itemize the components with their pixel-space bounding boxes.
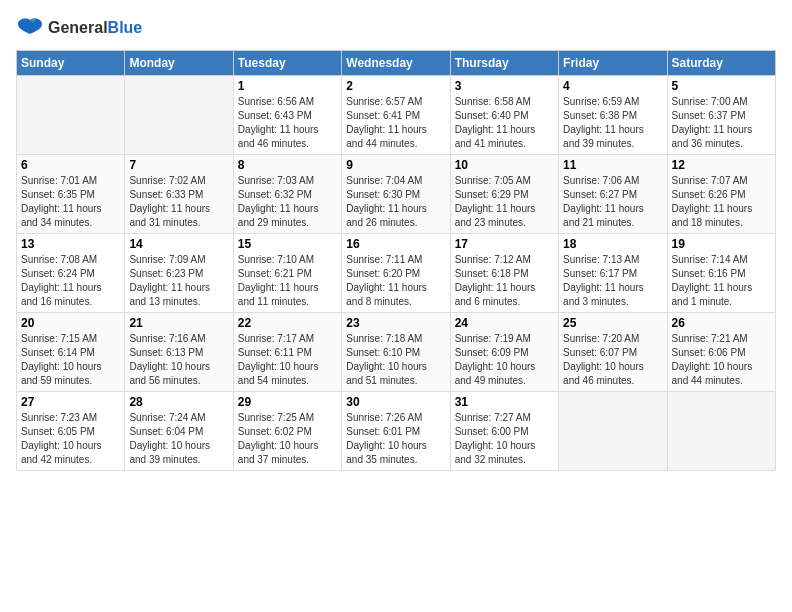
day-detail: Sunrise: 7:25 AM Sunset: 6:02 PM Dayligh… <box>238 411 337 467</box>
page-header: GeneralBlue <box>16 16 776 40</box>
day-number: 11 <box>563 158 662 172</box>
weekday-header: Monday <box>125 51 233 76</box>
calendar-cell: 25Sunrise: 7:20 AM Sunset: 6:07 PM Dayli… <box>559 313 667 392</box>
day-number: 29 <box>238 395 337 409</box>
day-number: 20 <box>21 316 120 330</box>
calendar-cell: 1Sunrise: 6:56 AM Sunset: 6:43 PM Daylig… <box>233 76 341 155</box>
calendar-cell <box>667 392 775 471</box>
calendar-cell: 20Sunrise: 7:15 AM Sunset: 6:14 PM Dayli… <box>17 313 125 392</box>
calendar-cell: 23Sunrise: 7:18 AM Sunset: 6:10 PM Dayli… <box>342 313 450 392</box>
day-detail: Sunrise: 7:07 AM Sunset: 6:26 PM Dayligh… <box>672 174 771 230</box>
calendar-cell: 5Sunrise: 7:00 AM Sunset: 6:37 PM Daylig… <box>667 76 775 155</box>
day-detail: Sunrise: 7:17 AM Sunset: 6:11 PM Dayligh… <box>238 332 337 388</box>
day-number: 18 <box>563 237 662 251</box>
calendar-week-row: 13Sunrise: 7:08 AM Sunset: 6:24 PM Dayli… <box>17 234 776 313</box>
day-detail: Sunrise: 7:11 AM Sunset: 6:20 PM Dayligh… <box>346 253 445 309</box>
day-number: 3 <box>455 79 554 93</box>
calendar-cell: 18Sunrise: 7:13 AM Sunset: 6:17 PM Dayli… <box>559 234 667 313</box>
day-number: 8 <box>238 158 337 172</box>
calendar-cell: 22Sunrise: 7:17 AM Sunset: 6:11 PM Dayli… <box>233 313 341 392</box>
day-detail: Sunrise: 7:08 AM Sunset: 6:24 PM Dayligh… <box>21 253 120 309</box>
day-detail: Sunrise: 7:09 AM Sunset: 6:23 PM Dayligh… <box>129 253 228 309</box>
calendar-week-row: 1Sunrise: 6:56 AM Sunset: 6:43 PM Daylig… <box>17 76 776 155</box>
day-number: 5 <box>672 79 771 93</box>
day-number: 25 <box>563 316 662 330</box>
logo-icon <box>16 16 44 40</box>
day-number: 21 <box>129 316 228 330</box>
day-number: 16 <box>346 237 445 251</box>
calendar-cell: 13Sunrise: 7:08 AM Sunset: 6:24 PM Dayli… <box>17 234 125 313</box>
weekday-header: Thursday <box>450 51 558 76</box>
day-detail: Sunrise: 7:27 AM Sunset: 6:00 PM Dayligh… <box>455 411 554 467</box>
day-detail: Sunrise: 7:18 AM Sunset: 6:10 PM Dayligh… <box>346 332 445 388</box>
calendar-cell: 10Sunrise: 7:05 AM Sunset: 6:29 PM Dayli… <box>450 155 558 234</box>
calendar-cell: 24Sunrise: 7:19 AM Sunset: 6:09 PM Dayli… <box>450 313 558 392</box>
day-detail: Sunrise: 7:10 AM Sunset: 6:21 PM Dayligh… <box>238 253 337 309</box>
calendar-cell: 6Sunrise: 7:01 AM Sunset: 6:35 PM Daylig… <box>17 155 125 234</box>
day-detail: Sunrise: 7:06 AM Sunset: 6:27 PM Dayligh… <box>563 174 662 230</box>
day-number: 1 <box>238 79 337 93</box>
calendar-cell: 8Sunrise: 7:03 AM Sunset: 6:32 PM Daylig… <box>233 155 341 234</box>
calendar-cell: 15Sunrise: 7:10 AM Sunset: 6:21 PM Dayli… <box>233 234 341 313</box>
day-detail: Sunrise: 7:04 AM Sunset: 6:30 PM Dayligh… <box>346 174 445 230</box>
logo: GeneralBlue <box>16 16 142 40</box>
day-number: 10 <box>455 158 554 172</box>
day-number: 13 <box>21 237 120 251</box>
day-number: 26 <box>672 316 771 330</box>
calendar-cell: 2Sunrise: 6:57 AM Sunset: 6:41 PM Daylig… <box>342 76 450 155</box>
calendar-cell: 19Sunrise: 7:14 AM Sunset: 6:16 PM Dayli… <box>667 234 775 313</box>
calendar-cell: 17Sunrise: 7:12 AM Sunset: 6:18 PM Dayli… <box>450 234 558 313</box>
calendar-cell: 31Sunrise: 7:27 AM Sunset: 6:00 PM Dayli… <box>450 392 558 471</box>
day-number: 6 <box>21 158 120 172</box>
day-number: 17 <box>455 237 554 251</box>
day-number: 12 <box>672 158 771 172</box>
day-detail: Sunrise: 7:03 AM Sunset: 6:32 PM Dayligh… <box>238 174 337 230</box>
calendar-cell: 27Sunrise: 7:23 AM Sunset: 6:05 PM Dayli… <box>17 392 125 471</box>
day-number: 15 <box>238 237 337 251</box>
day-detail: Sunrise: 7:12 AM Sunset: 6:18 PM Dayligh… <box>455 253 554 309</box>
calendar-cell: 4Sunrise: 6:59 AM Sunset: 6:38 PM Daylig… <box>559 76 667 155</box>
day-detail: Sunrise: 7:21 AM Sunset: 6:06 PM Dayligh… <box>672 332 771 388</box>
calendar-cell: 26Sunrise: 7:21 AM Sunset: 6:06 PM Dayli… <box>667 313 775 392</box>
calendar-cell: 21Sunrise: 7:16 AM Sunset: 6:13 PM Dayli… <box>125 313 233 392</box>
calendar-cell: 28Sunrise: 7:24 AM Sunset: 6:04 PM Dayli… <box>125 392 233 471</box>
day-number: 27 <box>21 395 120 409</box>
day-detail: Sunrise: 7:19 AM Sunset: 6:09 PM Dayligh… <box>455 332 554 388</box>
calendar-cell: 29Sunrise: 7:25 AM Sunset: 6:02 PM Dayli… <box>233 392 341 471</box>
day-detail: Sunrise: 7:26 AM Sunset: 6:01 PM Dayligh… <box>346 411 445 467</box>
day-number: 31 <box>455 395 554 409</box>
day-detail: Sunrise: 7:24 AM Sunset: 6:04 PM Dayligh… <box>129 411 228 467</box>
day-detail: Sunrise: 7:16 AM Sunset: 6:13 PM Dayligh… <box>129 332 228 388</box>
day-detail: Sunrise: 7:02 AM Sunset: 6:33 PM Dayligh… <box>129 174 228 230</box>
day-detail: Sunrise: 7:13 AM Sunset: 6:17 PM Dayligh… <box>563 253 662 309</box>
day-number: 23 <box>346 316 445 330</box>
weekday-header: Wednesday <box>342 51 450 76</box>
day-detail: Sunrise: 7:14 AM Sunset: 6:16 PM Dayligh… <box>672 253 771 309</box>
calendar-table: SundayMondayTuesdayWednesdayThursdayFrid… <box>16 50 776 471</box>
calendar-cell <box>17 76 125 155</box>
day-detail: Sunrise: 7:20 AM Sunset: 6:07 PM Dayligh… <box>563 332 662 388</box>
calendar-cell: 9Sunrise: 7:04 AM Sunset: 6:30 PM Daylig… <box>342 155 450 234</box>
calendar-cell: 3Sunrise: 6:58 AM Sunset: 6:40 PM Daylig… <box>450 76 558 155</box>
calendar-week-row: 27Sunrise: 7:23 AM Sunset: 6:05 PM Dayli… <box>17 392 776 471</box>
calendar-cell: 30Sunrise: 7:26 AM Sunset: 6:01 PM Dayli… <box>342 392 450 471</box>
day-number: 30 <box>346 395 445 409</box>
calendar-week-row: 20Sunrise: 7:15 AM Sunset: 6:14 PM Dayli… <box>17 313 776 392</box>
day-detail: Sunrise: 6:58 AM Sunset: 6:40 PM Dayligh… <box>455 95 554 151</box>
day-number: 14 <box>129 237 228 251</box>
calendar-cell: 14Sunrise: 7:09 AM Sunset: 6:23 PM Dayli… <box>125 234 233 313</box>
day-detail: Sunrise: 7:00 AM Sunset: 6:37 PM Dayligh… <box>672 95 771 151</box>
day-detail: Sunrise: 6:59 AM Sunset: 6:38 PM Dayligh… <box>563 95 662 151</box>
day-detail: Sunrise: 7:01 AM Sunset: 6:35 PM Dayligh… <box>21 174 120 230</box>
calendar-week-row: 6Sunrise: 7:01 AM Sunset: 6:35 PM Daylig… <box>17 155 776 234</box>
weekday-header: Sunday <box>17 51 125 76</box>
day-detail: Sunrise: 7:05 AM Sunset: 6:29 PM Dayligh… <box>455 174 554 230</box>
day-number: 9 <box>346 158 445 172</box>
calendar-cell: 7Sunrise: 7:02 AM Sunset: 6:33 PM Daylig… <box>125 155 233 234</box>
day-number: 24 <box>455 316 554 330</box>
logo-text: GeneralBlue <box>48 19 142 37</box>
calendar-cell <box>125 76 233 155</box>
day-number: 28 <box>129 395 228 409</box>
day-number: 7 <box>129 158 228 172</box>
calendar-cell: 11Sunrise: 7:06 AM Sunset: 6:27 PM Dayli… <box>559 155 667 234</box>
